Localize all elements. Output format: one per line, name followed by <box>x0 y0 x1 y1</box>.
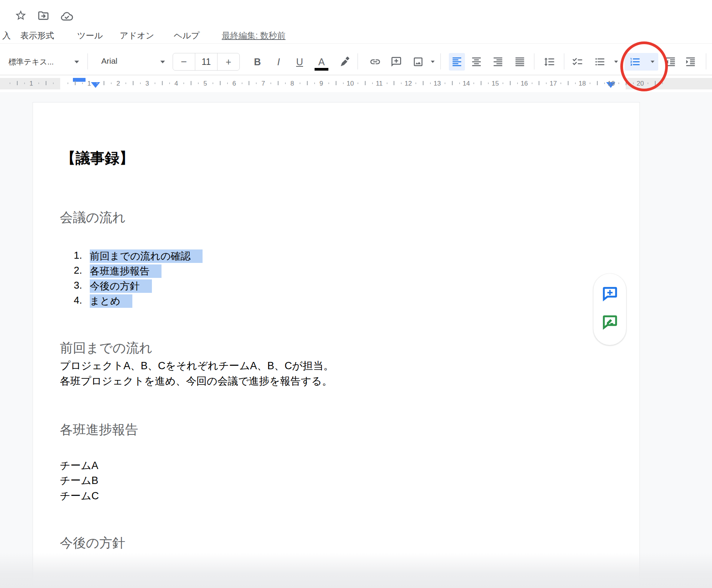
insert-link-icon[interactable] <box>369 56 381 68</box>
star-icon[interactable] <box>15 9 27 21</box>
ruler-tick <box>249 81 249 85</box>
list-number: 1. <box>64 249 90 261</box>
ruler-tick <box>430 83 431 84</box>
list-number: 4. <box>64 294 90 306</box>
ruler-tick <box>104 81 104 85</box>
line-spacing-icon[interactable] <box>544 56 555 68</box>
menu-format[interactable]: 表示形式 <box>20 30 54 41</box>
align-center-icon[interactable] <box>471 56 482 68</box>
chevron-down-icon <box>160 61 165 63</box>
ruler-number: 2 <box>116 80 120 88</box>
font-size-stepper: − 11 + <box>173 53 240 71</box>
align-right-icon[interactable] <box>492 56 504 68</box>
team-line: チームA <box>60 458 98 473</box>
ruler-tick <box>314 83 315 84</box>
align-justify-icon[interactable] <box>514 56 526 68</box>
ruler-tick <box>285 83 286 84</box>
ruler-number: 5 <box>203 80 207 88</box>
ruler-tick <box>133 81 134 85</box>
selected-text[interactable]: 前回までの流れの確認 <box>90 249 203 263</box>
ruler-number: 6 <box>232 80 236 88</box>
underline-button[interactable]: U <box>296 56 303 67</box>
ruler-tick <box>539 81 539 85</box>
ruler-tick <box>618 83 619 84</box>
side-action-pill <box>593 274 626 345</box>
ruler-tick <box>328 83 329 84</box>
list-number: 2. <box>64 264 90 276</box>
text-color-button[interactable]: A <box>318 56 325 67</box>
menu-tools[interactable]: ツール <box>77 30 103 41</box>
team-line: チームB <box>60 473 98 488</box>
left-indent-marker[interactable] <box>91 82 100 88</box>
folder-move-icon[interactable] <box>37 10 49 22</box>
menu-addons[interactable]: アドオン <box>120 30 154 41</box>
ruler-tick <box>38 83 39 84</box>
menu-help[interactable]: ヘルプ <box>174 30 200 41</box>
chevron-down-icon[interactable] <box>651 61 654 63</box>
ruler-tick <box>162 81 163 85</box>
ruler-tick <box>213 83 213 84</box>
chevron-down-icon[interactable] <box>431 61 435 63</box>
align-left-icon[interactable] <box>451 56 463 68</box>
ruler-tick <box>560 83 561 84</box>
ruler-number: 11 <box>376 80 383 88</box>
ruler-number: 20 <box>637 80 644 88</box>
ruler-number: 16 <box>521 80 528 88</box>
ruler-tick <box>111 83 112 84</box>
chevron-down-icon <box>74 61 79 63</box>
text-color-swatch <box>315 68 328 71</box>
add-comment-icon[interactable] <box>391 56 402 68</box>
document-page[interactable]: 【議事録】 会議の流れ 1. 前回までの流れの確認 2. 各班進捗報告 3. 今… <box>33 102 640 588</box>
ruler-tick <box>191 81 191 85</box>
ruler-tick <box>597 81 598 85</box>
font-size-increase-button[interactable]: + <box>218 53 239 70</box>
decrease-indent-icon[interactable] <box>665 56 676 68</box>
cloud-check-icon <box>60 10 73 23</box>
ruler[interactable]: 12345678910111213141516171819201 <box>0 76 712 92</box>
ruler-tick <box>481 81 481 85</box>
chevron-down-icon[interactable] <box>614 61 618 63</box>
font-size-decrease-button[interactable]: − <box>173 53 195 70</box>
italic-button[interactable]: I <box>277 56 280 67</box>
ruler-tick <box>270 83 271 84</box>
ruler-number: 12 <box>405 80 412 88</box>
add-comment-icon[interactable] <box>602 286 618 302</box>
menu-insert-partial[interactable]: 入 <box>2 30 11 41</box>
ruler-tick <box>590 83 590 84</box>
ruler-tick <box>307 81 308 85</box>
ruler-number: 10 <box>347 80 354 88</box>
list-number: 3. <box>64 279 90 291</box>
selected-text[interactable]: 今後の方針 <box>90 279 152 293</box>
ruler-tick <box>517 83 518 84</box>
ruler-tick <box>648 83 648 84</box>
ruler-tick <box>365 81 366 85</box>
ruler-number: 1 <box>30 80 33 88</box>
bulleted-list-icon[interactable] <box>594 56 606 68</box>
numbered-list-icon[interactable] <box>630 56 641 68</box>
bold-button[interactable]: B <box>254 56 261 67</box>
ruler-tick <box>68 83 68 84</box>
ruler-number: 3 <box>145 80 149 88</box>
ruler-tick <box>97 83 97 84</box>
doc-title: 【議事録】 <box>61 149 134 168</box>
highlighter-icon[interactable] <box>339 56 351 68</box>
font-value: Arial <box>101 56 117 66</box>
selected-text[interactable]: 各班進捗報告 <box>90 264 162 278</box>
ruler-tick <box>401 83 402 84</box>
increase-indent-icon[interactable] <box>685 56 696 68</box>
insert-image-icon[interactable] <box>412 56 424 68</box>
ruler-number: 1 <box>87 80 91 88</box>
ruler-number: 19 <box>608 80 615 88</box>
checklist-icon[interactable] <box>572 56 583 68</box>
list-item: 2. 各班進捗報告 <box>64 264 203 279</box>
selected-text[interactable]: まとめ <box>90 294 132 308</box>
ruler-number: 13 <box>433 80 441 88</box>
ruler-tick <box>452 81 453 85</box>
prev-heading: 前回までの流れ <box>60 339 152 357</box>
agenda-heading: 会議の流れ <box>60 209 126 226</box>
last-edit-link[interactable]: 最終編集: 数秒前 <box>222 30 285 41</box>
font-size-value[interactable]: 11 <box>195 53 218 70</box>
suggest-edits-icon[interactable] <box>602 314 618 331</box>
ruler-tick <box>46 81 46 85</box>
ruler-tick <box>75 81 76 85</box>
